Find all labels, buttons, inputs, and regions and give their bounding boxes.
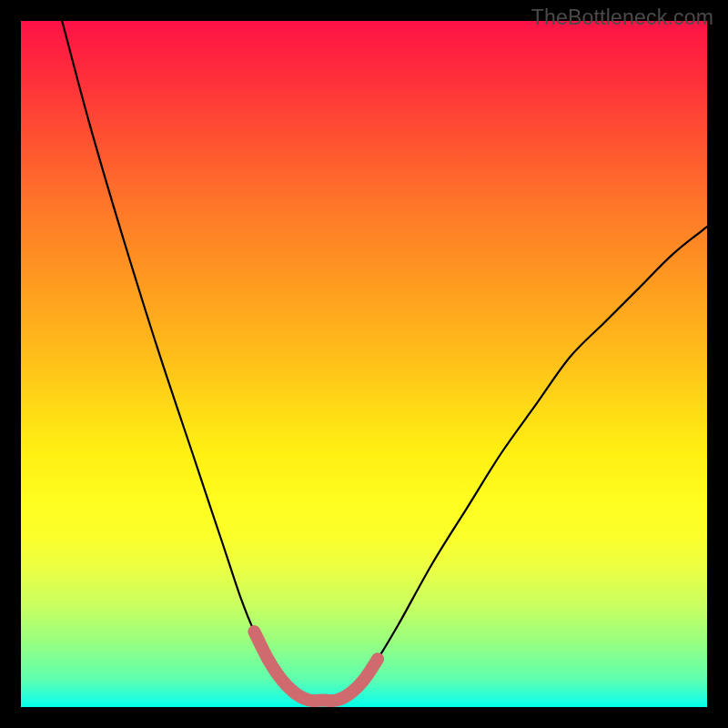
left-curve <box>62 21 295 693</box>
curves-svg <box>21 21 707 707</box>
gradient-plot-area <box>21 21 707 707</box>
thick-highlight <box>254 632 378 701</box>
right-curve <box>350 227 707 693</box>
chart-frame: TheBottleneck.com <box>0 0 728 728</box>
watermark-text: TheBottleneck.com <box>531 5 713 30</box>
